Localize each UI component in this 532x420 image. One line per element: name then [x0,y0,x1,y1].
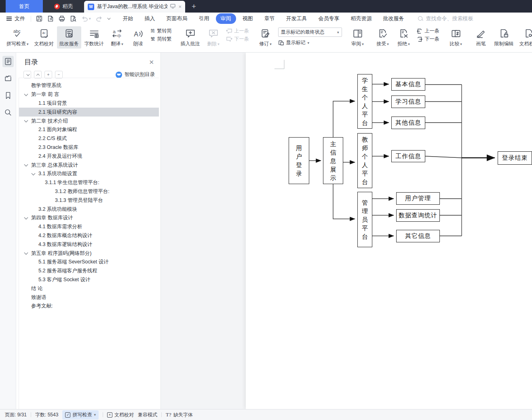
toc-item[interactable]: 2.2 C/S 模式 [19,134,159,143]
translate-button[interactable]: a中 翻译▾ [107,26,127,49]
undo-button[interactable]: ▾ [80,14,92,23]
new-tab-button[interactable]: + [192,0,196,13]
toc-item[interactable]: 3.1.3 管理员登陆平台 [19,196,159,205]
menu-tab-开发工具[interactable]: 开发工具 [281,13,312,24]
toc-item[interactable]: 第三章 总体系统设计 [19,161,159,170]
search-placeholder: 查找命令、搜索模板 [426,15,473,22]
compat-mode-indicator[interactable]: 兼容模式 [138,412,157,418]
toc-item[interactable]: 3.1.1 学生信息管理平台: [19,178,159,187]
track-changes-button[interactable]: 修订▾ [255,26,276,49]
toc-item[interactable]: 1.1 项目背景 [19,99,159,108]
review-pane-button[interactable]: 审阅▾ [348,26,368,49]
grading-service-button[interactable]: 批改服务 [57,26,81,49]
menu-tab-稻壳资源[interactable]: 稻壳资源 [346,13,377,24]
toc-item[interactable]: 5.3 客户端 Socket 设计 [19,276,159,284]
command-search[interactable]: 查找命令、搜索模板 [418,15,473,22]
toc-item[interactable]: 第二章 技术介绍 [19,117,159,125]
menu-tab-会员专享[interactable]: 会员专享 [314,13,344,24]
output-pdf-button[interactable] [46,14,55,23]
toc-item[interactable]: 4.3 数据库逻辑结构设计 [19,240,159,249]
toc-item[interactable]: 4.2 数据库概念结构设计 [19,231,159,240]
toc-item-label: 4.1 数据库需求分析 [38,223,82,230]
doc-permission-button[interactable]: 文档权限 [517,26,532,49]
document-page[interactable] [246,53,532,409]
file-menu-button[interactable]: 文件 [0,15,31,22]
next-comment-button[interactable]: 下一条 [226,36,249,42]
print-preview-button[interactable] [68,14,78,23]
close-toc-panel-icon[interactable]: ✕ [149,59,154,66]
save-button[interactable] [34,14,44,23]
document-workspace[interactable] [161,53,532,409]
ink-button[interactable]: 画笔 [471,26,491,49]
find-button[interactable] [2,107,14,118]
toc-item[interactable]: 3.1.2 教师信息管理平台: [19,187,159,196]
toc-item[interactable]: 2.1 面向对象编程 [19,125,159,134]
toc-item[interactable]: 2.3 Oracle 数据库 [19,143,159,152]
toc-item[interactable]: 2.4 开发及运行环境 [19,152,159,161]
missing-font-button[interactable]: T? 缺失字体 [166,412,193,418]
toc-panel-title: 目录 [24,57,38,67]
trad-to-simp-button[interactable]: 简 繁转简 [151,28,172,34]
tab-document[interactable]: W 基于Java的教...理系统 毕业论文 × [84,1,185,13]
compare-button[interactable]: 比较▾ [446,26,466,49]
toc-item-label: 第四章 数据库设计 [31,214,73,221]
toc-item[interactable]: 4.1 数据库需求分析 [19,223,159,231]
page-indicator[interactable]: 页面: 9/31 [5,412,27,418]
restrict-editing-button[interactable]: 限制编辑 [492,26,516,49]
toc-item[interactable]: 2.1 项目研究内容 [19,108,159,117]
word-count-button[interactable]: 字数统计 [82,26,106,49]
close-tab-icon[interactable]: × [178,4,182,10]
show-markup-button[interactable]: 显示标记▾ [278,39,342,46]
tab-docer[interactable]: 稻壳 [43,0,84,13]
chevron-down-icon[interactable] [24,92,28,96]
markup-state-dropdown[interactable]: 显示标记的最终状态▾ [278,28,342,37]
redo-button[interactable] [94,14,104,23]
next-change-button[interactable]: 下一条 [416,36,439,42]
menu-tab-批改服务[interactable]: 批改服务 [378,13,409,24]
toc-item[interactable]: 教学管理系统 [19,81,159,90]
chevron-down-icon[interactable] [24,163,28,167]
chapter-navigation-button[interactable] [2,73,14,84]
chevron-down-icon[interactable] [24,119,28,123]
doc-proofread-button[interactable]: a- 文档校对 [32,26,56,49]
read-aloud-button[interactable]: A 朗读 [128,26,148,49]
insert-comment-button[interactable]: 插入批注 [178,26,203,49]
screen-share-icon[interactable] [170,4,175,10]
prev-change-button[interactable]: 上一条 [416,28,439,34]
menu-tab-审阅[interactable]: 审阅 [216,13,236,24]
simp-to-trad-button[interactable]: 繁 简转繁 [151,36,172,42]
customize-toolbar-chevron-icon[interactable] [106,17,111,21]
tab-home[interactable]: 首页 [6,0,43,13]
doc-proofread-status-button[interactable]: × 文档校对 [107,412,134,418]
spell-check-button[interactable]: abc 拼写检查▾ [4,26,31,49]
toc-item[interactable]: 5.2 服务器端客户服务线程 [19,267,159,276]
prev-comment-button[interactable]: 上一条 [226,28,249,34]
toc-item[interactable]: 第五章 程序源码(网络部分) [19,249,159,258]
chevron-down-icon[interactable] [32,171,36,175]
toc-item[interactable]: 第一章 前 言 [19,90,159,99]
menu-tab-页面布局[interactable]: 页面布局 [162,13,192,24]
accept-button[interactable]: 接受▾ [373,26,393,49]
delete-comment-button[interactable]: 删除▾ [203,26,224,49]
toc-item[interactable]: 3.2 系统功能模块 [19,205,159,214]
chevron-down-icon[interactable] [24,215,28,219]
menu-tab-章节[interactable]: 章节 [260,13,280,24]
chevron-down-icon[interactable] [24,251,28,255]
menu-tab-引用[interactable]: 引用 [194,13,214,24]
toc-panel-button[interactable] [2,56,14,67]
menu-tab-视图[interactable]: 视图 [238,13,258,24]
toc-item[interactable]: 3.1 系统功能设置 [19,170,159,178]
toc-item[interactable]: 致谢语 [19,293,159,302]
bookmark-button[interactable] [2,90,14,101]
toc-item[interactable]: 5.1 服务器端 SeverSocket 设计 [19,258,159,267]
toc-item[interactable]: 结 论 [19,284,159,293]
print-button[interactable] [57,14,67,23]
menu-tab-开始[interactable]: 开始 [118,13,138,24]
toc-item[interactable]: 参考文献: [19,302,159,311]
word-count-indicator[interactable]: 字数: 5543 [35,412,58,418]
spell-check-status-button[interactable]: ✓ 拼写检查 ▾ [62,410,99,420]
toc-item[interactable]: 第四章 数据库设计 [19,214,159,223]
smart-recognize-toc-button[interactable]: 智能识别目录 [116,71,155,78]
reject-button[interactable]: 拒绝▾ [394,26,414,49]
menu-tab-插入[interactable]: 插入 [140,13,160,24]
